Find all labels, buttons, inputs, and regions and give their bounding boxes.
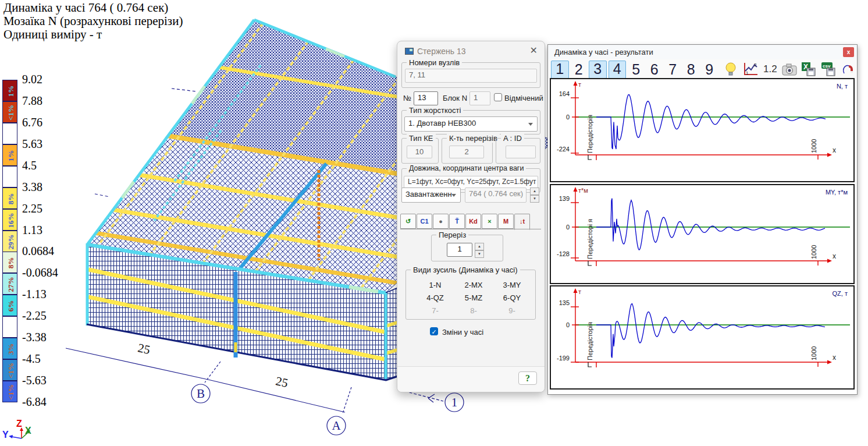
result-tab-5[interactable]: 5 [628, 61, 645, 78]
section-field[interactable]: 1 [447, 243, 472, 257]
svg-text:х: х [833, 252, 836, 260]
forces-group: Види зусиль (Динаміка у часі) 1-N2-MX3-M… [405, 270, 536, 320]
dialog-title: Стержень 13 [417, 47, 466, 56]
two-charts-icon[interactable]: 21 [742, 61, 759, 77]
svg-text:QZ, т: QZ, т [833, 290, 848, 297]
chevron-down-icon [451, 194, 456, 197]
dialog-tabstrip: ↺C1●ŤKd×M↓t [400, 214, 531, 229]
nodes-field[interactable]: 7, 11 [405, 69, 537, 83]
directions-icon[interactable]: × [482, 214, 497, 229]
ke-group: Тип КЕ 10 [401, 138, 439, 164]
result-tab-8[interactable]: 8 [683, 61, 700, 78]
result-tab-6[interactable]: 6 [646, 61, 663, 78]
excel-save-icon[interactable]: X [801, 61, 817, 77]
scale-1-2-icon[interactable]: 1.2 [762, 61, 778, 77]
spinner-up-icon[interactable]: ▲ [530, 187, 539, 195]
tab-divider [400, 229, 541, 229]
result-tab-3[interactable]: 3 [589, 61, 607, 79]
kd-icon[interactable]: Kd [465, 214, 481, 229]
close-icon[interactable]: x [843, 47, 854, 57]
magnet-curve-icon[interactable] [841, 61, 857, 77]
aid-field[interactable] [506, 146, 536, 158]
axis-label-b: B [197, 387, 205, 401]
svg-text:х: х [833, 146, 836, 154]
triad-y-label: Y [2, 430, 9, 440]
results-window[interactable]: Динаміка у часі - результати x 123456789… [547, 44, 858, 395]
csv-save-icon[interactable]: csv [821, 61, 837, 77]
time-step-spinner[interactable]: ▲▼ [530, 187, 539, 203]
svg-text:1000: 1000 [810, 139, 817, 153]
load-combobox[interactable]: Завантаженн [401, 187, 461, 203]
time-step-field[interactable]: 764 ( 0.764 сек) [465, 187, 527, 203]
bulb-icon[interactable] [723, 61, 739, 77]
results-toolbar: 123456789211.2Xcsv [548, 59, 857, 79]
load-combobox-value: Завантаженн [405, 190, 452, 199]
svg-text:т: т [578, 81, 581, 88]
section-group-label: Переріз [436, 231, 468, 239]
svg-text:0: 0 [566, 224, 570, 231]
time-diagram-icon[interactable]: ↓t [514, 214, 530, 230]
svg-text:Передісторі я: Передісторі я [586, 219, 593, 259]
section-spinner[interactable]: ▲▼ [475, 243, 484, 257]
chevron-down-icon [528, 123, 533, 126]
force-type-label: 5-MZ [455, 293, 492, 302]
stiffness-value: 1. Двотавр HEB300 [408, 119, 476, 128]
svg-text:Передісторія: Передісторія [586, 322, 593, 360]
chart-1: 1640-224тN, тх1000Передісторія [550, 78, 855, 182]
block-field[interactable]: 1 [469, 91, 490, 105]
app-canvas: Динаміка у часі 764 ( 0.764 сек)Мозаїка … [0, 0, 868, 446]
aid-group: A : ID [496, 138, 540, 164]
svg-text:1000: 1000 [810, 245, 817, 259]
coordinate-triad: Z X Y [2, 419, 31, 440]
stiffness-group-label: Тип жорсткості [407, 106, 463, 115]
svg-text:1: 1 [746, 70, 749, 76]
moment-icon[interactable]: M [498, 214, 514, 229]
result-tab-2[interactable]: 2 [571, 61, 588, 78]
result-tab-4[interactable]: 4 [609, 61, 627, 79]
force-type-label: 2-MX [455, 281, 492, 289]
force-type-label: 1-N [417, 281, 454, 289]
force-type-label: 4-QZ [417, 293, 454, 302]
svg-text:135: 135 [559, 299, 570, 306]
axis-label-1: 1 [451, 395, 458, 409]
force-type-label: 3-MY [493, 281, 531, 289]
nodes-group-label: Номери вузлів [407, 58, 462, 67]
chart-3-plot: 1350-199тQZ, тх1000Передісторія [551, 286, 851, 388]
dim-label-left: 25 [137, 341, 152, 357]
triad-x-label: X [25, 426, 31, 436]
spinner-up-icon[interactable]: ▲ [475, 243, 484, 250]
spinner-down-icon[interactable]: ▼ [530, 195, 539, 203]
chart-1-plot: 1640-224тN, тх1000Передісторія [551, 79, 851, 181]
num-field[interactable]: 13 [414, 91, 438, 105]
camera-icon[interactable] [782, 61, 798, 77]
result-tab-9[interactable]: 9 [701, 61, 718, 78]
dialog-close-icon[interactable]: ✕ [530, 45, 538, 56]
num-label: № [403, 94, 411, 102]
c1-icon[interactable]: C1 [417, 214, 432, 229]
svg-text:т*м: т*м [578, 187, 588, 194]
time-change-checkbox[interactable]: ✓ [430, 327, 438, 335]
sections-count-group: К-ть перерізів 2 [442, 138, 493, 164]
sections-count-label: К-ть перерізів [447, 134, 500, 143]
result-tab-1[interactable]: 1 [551, 61, 569, 79]
results-title: Динаміка у часі - результати [548, 45, 857, 60]
block-label: Блок N [443, 94, 467, 102]
forces-group-label: Види зусиль (Динаміка у часі) [411, 266, 520, 274]
result-tab-7[interactable]: 7 [664, 61, 681, 78]
element-dialog[interactable]: Стержень 13 ✕ Номери вузлів 7, 11 № 13 Б… [397, 41, 545, 392]
stiffness-combobox[interactable]: 1. Двотавр HEB300 [404, 116, 538, 132]
rotate-icon[interactable]: ↺ [400, 214, 416, 229]
svg-text:-224: -224 [557, 146, 570, 153]
force-type-label: 6-QY [493, 293, 531, 302]
ke-field[interactable]: 10 [407, 146, 432, 158]
help-button[interactable]: ? [518, 371, 537, 385]
support-icon[interactable]: Ť [449, 214, 465, 229]
marked-label: Відмічений [504, 94, 543, 102]
svg-text:MY, т*м: MY, т*м [826, 189, 848, 196]
svg-text:-199: -199 [557, 355, 570, 362]
node-link-icon[interactable]: ● [433, 214, 449, 229]
chart-2-plot: 1390-128т*мMY, т*мх1000Передісторі я [551, 185, 851, 283]
spinner-down-icon[interactable]: ▼ [475, 250, 484, 258]
sections-count-field[interactable]: 2 [449, 146, 484, 158]
marked-checkbox[interactable] [494, 93, 502, 101]
